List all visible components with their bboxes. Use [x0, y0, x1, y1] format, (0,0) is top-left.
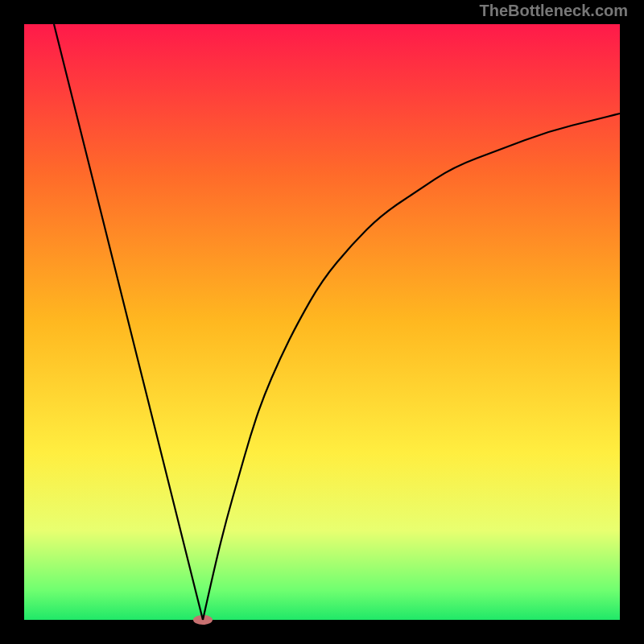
watermark-text: TheBottleneck.com: [480, 2, 628, 20]
chart-container: TheBottleneck.com: [0, 0, 644, 644]
bottleneck-chart: [0, 0, 644, 644]
plot-background: [24, 24, 620, 620]
